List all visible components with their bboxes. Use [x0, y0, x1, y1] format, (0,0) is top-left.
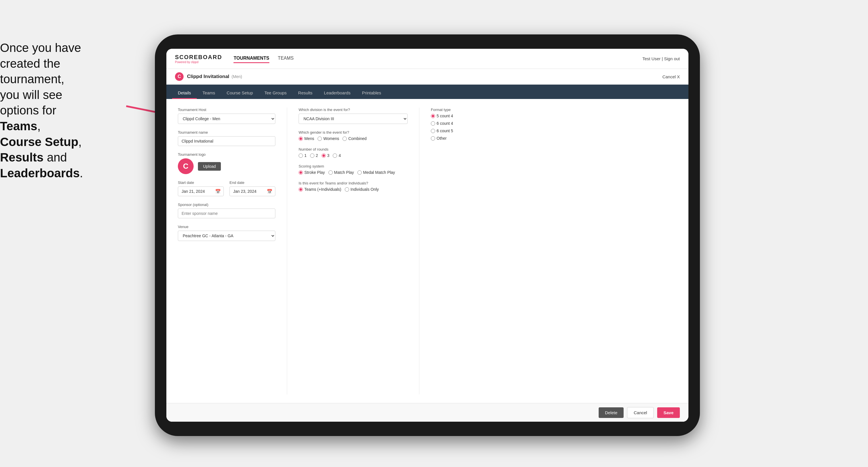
rounds-radio-group: 1 2 3 4 — [299, 153, 408, 158]
logo-sub: Powered by clippd — [175, 61, 222, 64]
gender-mens[interactable]: Mens — [299, 136, 314, 141]
start-date-wrap: 📅 — [178, 186, 224, 196]
instruction-block: Once you have created the tournament, yo… — [0, 40, 115, 181]
user-text[interactable]: Test User | Sign out — [642, 56, 680, 61]
rounds-4-radio[interactable] — [333, 153, 337, 158]
teams-group: Is this event for Teams and/or Individua… — [299, 181, 408, 192]
venue-select[interactable]: Peachtree GC - Atlanta - GA — [178, 230, 275, 241]
format-other-label: Other — [437, 136, 446, 141]
scoring-radio-group: Stroke Play Match Play Medal Match Play — [299, 170, 408, 175]
end-date-group: End date 📅 — [229, 181, 275, 196]
rounds-3[interactable]: 3 — [321, 153, 330, 158]
calendar-icon: 📅 — [215, 189, 221, 194]
instruction-line5: options for — [0, 103, 56, 117]
format-6count5[interactable]: 6 count 5 — [431, 128, 677, 133]
format-6count5-radio[interactable] — [431, 129, 435, 133]
format-6count4-radio[interactable] — [431, 121, 435, 126]
gender-mens-label: Mens — [304, 136, 314, 141]
sponsor-input[interactable] — [178, 209, 275, 218]
instruction-leaderboards: Leaderboards — [0, 166, 80, 180]
tab-course-setup[interactable]: Course Setup — [221, 88, 259, 99]
individuals-only-radio[interactable] — [345, 187, 349, 192]
instruction-line4: you will see — [0, 88, 62, 101]
gender-womens[interactable]: Womens — [317, 136, 339, 141]
individuals-only[interactable]: Individuals Only — [345, 187, 379, 192]
sponsor-label: Sponsor (optional) — [178, 203, 275, 207]
gender-womens-label: Womens — [323, 136, 339, 141]
start-date-group: Start date 📅 — [178, 181, 224, 196]
col-middle: Which division is the event for? NCAA Di… — [299, 107, 408, 395]
cancel-header-button[interactable]: Cancel X — [662, 74, 680, 79]
nav-tournaments[interactable]: TOURNAMENTS — [234, 54, 269, 63]
tournament-icon: C — [175, 72, 184, 81]
gender-combined[interactable]: Combined — [342, 136, 367, 141]
cancel-button[interactable]: Cancel — [627, 407, 654, 418]
format-group: Format type 5 count 4 6 count 4 — [431, 107, 677, 141]
division-select[interactable]: NCAA Division III — [299, 114, 408, 124]
rounds-2-label: 2 — [316, 153, 318, 158]
name-label: Tournament name — [178, 130, 275, 134]
rounds-1-radio[interactable] — [299, 153, 303, 158]
logo-area: SCOREBOARD Powered by clippd — [175, 54, 222, 64]
instruction-results: Results — [0, 151, 43, 164]
gender-mens-radio[interactable] — [299, 136, 303, 141]
rounds-group: Number of rounds 1 2 — [299, 147, 408, 158]
logo-text: SCOREBOARD — [175, 54, 222, 61]
gender-combined-label: Combined — [348, 136, 367, 141]
col-divider — [287, 107, 287, 395]
format-radio-group: 5 count 4 6 count 4 6 count 5 — [431, 114, 677, 141]
tournament-header: C Clippd Invitational (Men) Cancel X — [166, 69, 688, 85]
format-5count4-radio[interactable] — [431, 114, 435, 118]
nav-teams[interactable]: TEAMS — [278, 54, 294, 63]
rounds-4[interactable]: 4 — [333, 153, 341, 158]
top-nav: SCOREBOARD Powered by clippd TOURNAMENTS… — [166, 49, 688, 69]
save-button[interactable]: Save — [657, 407, 680, 418]
tab-leaderboards[interactable]: Leaderboards — [318, 88, 356, 99]
tab-printables[interactable]: Printables — [356, 88, 387, 99]
scoring-label: Scoring system — [299, 164, 408, 168]
scoring-stroke[interactable]: Stroke Play — [299, 170, 325, 175]
format-5count4[interactable]: 5 count 4 — [431, 114, 677, 118]
format-6count4-label: 6 count 4 — [437, 121, 453, 126]
venue-group: Venue Peachtree GC - Atlanta - GA — [178, 225, 275, 241]
tab-details[interactable]: Details — [172, 88, 197, 99]
scoring-group: Scoring system Stroke Play Match Play — [299, 164, 408, 175]
scoring-stroke-radio[interactable] — [299, 170, 303, 175]
rounds-3-label: 3 — [327, 153, 330, 158]
gender-womens-radio[interactable] — [317, 136, 322, 141]
format-other-radio[interactable] — [431, 136, 435, 141]
teams-plus-radio[interactable] — [299, 187, 303, 192]
instruction-line2: created the — [0, 57, 60, 70]
gender-radio-group: Mens Womens Combined — [299, 136, 408, 141]
tab-results[interactable]: Results — [292, 88, 318, 99]
tablet-screen: SCOREBOARD Powered by clippd TOURNAMENTS… — [166, 49, 688, 422]
host-group: Tournament Host Clippd College - Men — [178, 107, 275, 124]
instruction-course-setup: Course Setup — [0, 135, 78, 149]
host-select[interactable]: Clippd College - Men — [178, 114, 275, 124]
format-other[interactable]: Other — [431, 136, 677, 141]
scoring-match-label: Match Play — [334, 170, 354, 175]
format-6count4[interactable]: 6 count 4 — [431, 121, 677, 126]
name-group: Tournament name — [178, 130, 275, 146]
rounds-3-radio[interactable] — [321, 153, 326, 158]
name-input[interactable] — [178, 136, 275, 146]
calendar-icon-2: 📅 — [267, 189, 273, 194]
delete-button[interactable]: Delete — [599, 407, 624, 418]
rounds-2[interactable]: 2 — [310, 153, 318, 158]
tournament-title: Clippd Invitational — [187, 74, 229, 80]
upload-button[interactable]: Upload — [198, 162, 221, 171]
scoring-match[interactable]: Match Play — [329, 170, 354, 175]
scoring-medal-match-radio[interactable] — [358, 170, 362, 175]
gender-combined-radio[interactable] — [342, 136, 347, 141]
end-date-label: End date — [229, 181, 275, 185]
tab-tee-groups[interactable]: Tee Groups — [259, 88, 292, 99]
scoring-match-radio[interactable] — [329, 170, 333, 175]
sponsor-group: Sponsor (optional) — [178, 203, 275, 218]
gender-label: Which gender is the event for? — [299, 130, 408, 134]
tab-teams[interactable]: Teams — [197, 88, 221, 99]
scoring-medal-match[interactable]: Medal Match Play — [358, 170, 395, 175]
rounds-2-radio[interactable] — [310, 153, 314, 158]
rounds-1[interactable]: 1 — [299, 153, 307, 158]
instruction-line3: tournament, — [0, 72, 64, 86]
teams-plus-individuals[interactable]: Teams (+Individuals) — [299, 187, 341, 192]
